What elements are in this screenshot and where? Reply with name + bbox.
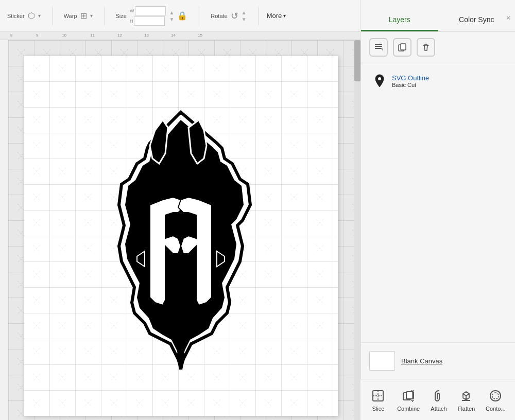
ruler-top: 8 9 10 11 12 13 14 15 bbox=[0, 32, 360, 40]
slice-icon-svg bbox=[371, 389, 385, 403]
blank-canvas-section: Blank Canvas bbox=[361, 342, 515, 379]
ruler-num-9: 9 bbox=[36, 33, 38, 38]
sep1 bbox=[52, 7, 53, 25]
ruler-num-10: 10 bbox=[62, 33, 66, 38]
size-group: Size W H ▲ ▼ 🔒 bbox=[113, 6, 191, 26]
blank-canvas-item[interactable]: Blank Canvas bbox=[369, 348, 507, 374]
warp-group: Warp ⊞ ▾ bbox=[61, 11, 96, 21]
vertical-scrollbar[interactable] bbox=[354, 40, 360, 420]
ruler-num-13: 13 bbox=[144, 33, 149, 38]
svg-rect-8 bbox=[375, 44, 382, 45]
tab-color-sync[interactable]: Color Sync ✕ bbox=[438, 10, 516, 31]
width-input[interactable] bbox=[135, 6, 166, 15]
combine-button[interactable]: Combine bbox=[395, 386, 422, 414]
ruler-num-11: 11 bbox=[90, 33, 95, 38]
bottom-tools: Slice Combine Attach bbox=[360, 379, 515, 420]
warp-label: Warp bbox=[64, 13, 77, 19]
attach-icon-svg bbox=[432, 389, 446, 403]
attach-label: Attach bbox=[431, 406, 447, 412]
rotate-label: Rotate bbox=[211, 13, 227, 19]
toolbar: Sticker ⬡ ▾ Warp ⊞ ▾ Size W H ▲ ▼ 🔒 Rota… bbox=[0, 0, 360, 32]
rotate-group: Rotate ↺ ▲ ▼ bbox=[208, 10, 249, 22]
combine-icon bbox=[400, 388, 417, 404]
contour-icon bbox=[487, 388, 504, 404]
ruler-num-8: 8 bbox=[10, 33, 12, 38]
svg-text:+: + bbox=[381, 46, 383, 52]
layer-actions: + bbox=[361, 32, 515, 63]
slice-icon bbox=[370, 388, 386, 404]
delete-icon bbox=[421, 43, 431, 52]
add-layer-icon: + bbox=[374, 43, 383, 52]
attach-icon bbox=[431, 388, 447, 404]
panel-tabs: Layers Color Sync ✕ bbox=[361, 0, 515, 32]
height-input[interactable] bbox=[134, 16, 165, 26]
ruler-num-14: 14 bbox=[171, 33, 176, 38]
sticker-label: Sticker bbox=[7, 13, 25, 19]
more-button[interactable]: More bbox=[267, 12, 286, 20]
sticker-group: Sticker ⬡ ▾ bbox=[4, 11, 44, 21]
flatten-icon-svg bbox=[459, 389, 473, 403]
duplicate-icon bbox=[398, 43, 407, 52]
layer-name: SVG Outline bbox=[392, 74, 504, 82]
color-sync-close[interactable]: ✕ bbox=[506, 14, 511, 22]
svg-rect-12 bbox=[401, 44, 406, 50]
main-design[interactable] bbox=[98, 102, 263, 370]
contour-icon-svg bbox=[488, 389, 503, 403]
delete-layer-button[interactable] bbox=[417, 38, 435, 57]
blank-canvas-label: Blank Canvas bbox=[401, 357, 442, 365]
attach-button[interactable]: Attach bbox=[428, 386, 449, 414]
contour-button[interactable]: Conto... bbox=[484, 386, 508, 414]
layer-preview-icon bbox=[373, 74, 386, 88]
size-label: Size bbox=[116, 13, 127, 19]
flatten-button[interactable]: Flatten bbox=[456, 386, 477, 414]
slice-label: Slice bbox=[372, 406, 384, 412]
rotate-arrows: ▲ ▼ bbox=[242, 10, 247, 22]
blank-canvas-thumb bbox=[369, 351, 395, 371]
duplicate-layer-button[interactable] bbox=[393, 38, 411, 57]
flatten-label: Flatten bbox=[458, 406, 475, 412]
slice-button[interactable]: Slice bbox=[368, 386, 388, 414]
svg-point-13 bbox=[378, 77, 381, 80]
ruler-num-12: 12 bbox=[117, 33, 122, 38]
combine-label: Combine bbox=[397, 406, 420, 412]
sep3 bbox=[199, 7, 199, 25]
layer-thumb-icon bbox=[372, 74, 387, 88]
layer-info: SVG Outline Basic Cut bbox=[392, 74, 504, 88]
flatten-icon bbox=[458, 388, 474, 404]
sep2 bbox=[104, 7, 105, 25]
layer-type: Basic Cut bbox=[392, 82, 504, 88]
tab-layers[interactable]: Layers bbox=[361, 10, 438, 31]
white-canvas[interactable] bbox=[24, 56, 338, 416]
layer-item-svg[interactable]: SVG Outline Basic Cut bbox=[369, 69, 507, 92]
size-arrows: ▲ ▼ bbox=[169, 10, 174, 22]
layers-list: SVG Outline Basic Cut bbox=[361, 63, 515, 98]
contour-label: Conto... bbox=[486, 406, 506, 412]
right-panel: Layers Color Sync ✕ + bbox=[360, 0, 515, 420]
scrollbar-thumb[interactable] bbox=[354, 40, 360, 81]
size-inputs: W H bbox=[130, 6, 166, 26]
combine-icon-svg bbox=[401, 389, 416, 403]
canvas-area[interactable] bbox=[8, 40, 354, 420]
sep4 bbox=[258, 7, 259, 25]
add-layer-button[interactable]: + bbox=[369, 38, 388, 57]
ruler-num-15: 15 bbox=[198, 33, 202, 38]
